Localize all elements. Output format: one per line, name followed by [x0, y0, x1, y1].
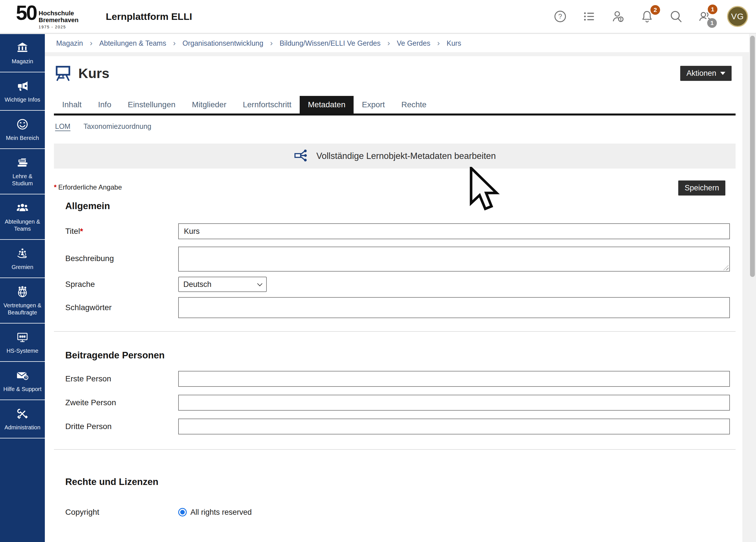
- sprache-select[interactable]: Deutsch: [178, 277, 267, 292]
- university-logo[interactable]: 50 Hochschule Bremerhaven 1975 - 2025: [16, 4, 79, 29]
- section-heading-beitragende: Beitragende Personen: [65, 350, 736, 361]
- titel-label: Titel*: [65, 227, 178, 236]
- breadcrumb-separator: ›: [90, 39, 93, 48]
- subtab-taxonomiezuordnung[interactable]: Taxonomiezuordnung: [83, 122, 151, 131]
- logo-name-line2: Bremerhaven: [39, 17, 79, 24]
- subtab-lom[interactable]: LOM: [55, 122, 70, 131]
- section-heading-allgemein: Allgemein: [65, 201, 736, 211]
- form-row-zweite-person: Zweite Person: [65, 395, 730, 411]
- breadcrumb: Magazin › Abteilungen & Teams › Organisa…: [45, 34, 749, 52]
- help-icon[interactable]: ?: [553, 10, 567, 23]
- breadcrumb-item-ve-gerdes[interactable]: Ve Gerdes: [397, 39, 430, 47]
- sprache-label: Sprache: [65, 280, 178, 289]
- committee-icon: [16, 247, 29, 261]
- page-title: Kurs: [78, 66, 109, 81]
- tab-lernfortschritt[interactable]: Lernfortschritt: [235, 96, 300, 114]
- course-easel-icon: [54, 64, 72, 82]
- main-area: Magazin › Abteilungen & Teams › Organisa…: [45, 34, 749, 542]
- contacts-icon[interactable]: 1 1: [698, 10, 712, 23]
- titel-input[interactable]: [178, 223, 730, 239]
- copyright-label: Copyright: [65, 508, 178, 517]
- page-title-row: Kurs Aktionen: [54, 64, 736, 82]
- people-group-icon: [16, 202, 29, 215]
- sidebar-item-hilfe-support[interactable]: ? Hilfe & Support: [0, 362, 45, 400]
- zweite-person-label: Zweite Person: [65, 398, 178, 407]
- actions-button[interactable]: Aktionen: [680, 66, 732, 81]
- erste-person-input[interactable]: [178, 371, 730, 387]
- sidebar-item-label: Magazin: [12, 58, 33, 65]
- tab-export[interactable]: Export: [354, 96, 393, 114]
- edit-full-metadata-label: Vollständige Lernobjekt-Metadaten bearbe…: [316, 151, 496, 161]
- copyright-radio-selected[interactable]: [178, 508, 187, 516]
- section-divider: [54, 331, 736, 332]
- breadcrumb-item-organisationsentwicklung[interactable]: Organisationsentwicklung: [182, 39, 263, 47]
- user-status-icon[interactable]: [611, 10, 625, 23]
- mail-help-icon: ?: [16, 369, 29, 383]
- form-row-titel: Titel*: [65, 223, 730, 239]
- books-icon: [16, 156, 29, 170]
- chevron-down-icon: [720, 72, 725, 75]
- tab-mitglieder[interactable]: Mitglieder: [184, 96, 234, 114]
- edit-full-metadata-bar[interactable]: Vollständige Lernobjekt-Metadaten bearbe…: [54, 144, 736, 169]
- schlagwoerter-input[interactable]: [178, 297, 730, 318]
- tab-rechte[interactable]: Rechte: [393, 96, 435, 114]
- sidebar-item-label: Lehre & Studium: [2, 173, 43, 187]
- form-header-row: *Erforderliche Angabe Speichern: [54, 180, 736, 196]
- schlagwoerter-label: Schlagwörter: [65, 303, 178, 312]
- smiley-icon: [16, 118, 29, 132]
- form-row-copyright: Copyright All rights reserved: [65, 508, 730, 517]
- required-hint: *Erforderliche Angabe: [54, 180, 122, 191]
- contacts-badge-new: 1: [708, 5, 717, 14]
- beschreibung-label: Beschreibung: [65, 247, 178, 263]
- tools-icon: [16, 407, 29, 421]
- bank-icon: [16, 41, 29, 55]
- sidebar: Magazin Wichtige Infos Mein: [0, 34, 45, 542]
- sidebar-item-wichtige-infos[interactable]: Wichtige Infos: [0, 72, 45, 111]
- scrollbar-track[interactable]: [749, 33, 756, 542]
- sidebar-item-hs-systeme[interactable]: HS-Systeme: [0, 323, 45, 362]
- breadcrumb-item-kurs[interactable]: Kurs: [447, 39, 461, 47]
- sidebar-item-label: Hilfe & Support: [3, 386, 42, 393]
- search-icon[interactable]: [669, 10, 683, 23]
- tab-inhalt[interactable]: Inhalt: [54, 96, 90, 114]
- zweite-person-input[interactable]: [178, 395, 730, 411]
- sidebar-item-gremien[interactable]: Gremien: [0, 240, 45, 278]
- svg-text:?: ?: [558, 12, 562, 20]
- screen: 50 Hochschule Bremerhaven 1975 - 2025 Le…: [0, 0, 756, 542]
- notifications-bell-icon[interactable]: 2: [640, 10, 654, 23]
- breadcrumb-separator: ›: [387, 39, 390, 48]
- sidebar-item-mein-bereich[interactable]: Mein Bereich: [0, 111, 45, 149]
- sidebar-item-label: Vertretungen & Beauftragte: [2, 302, 43, 316]
- breadcrumb-item-abteilungen[interactable]: Abteilungen & Teams: [99, 39, 166, 47]
- sidebar-item-label: Gremien: [12, 264, 33, 271]
- copyright-radio-row: All rights reserved: [178, 508, 730, 517]
- required-asterisk: *: [80, 227, 85, 236]
- app-title: Lernplattform ELLI: [106, 11, 192, 22]
- sidebar-item-lehre-studium[interactable]: Lehre & Studium: [0, 149, 45, 194]
- breadcrumb-item-bildung-wissen[interactable]: Bildung/Wissen/ELLI Ve Gerdes: [280, 39, 381, 47]
- sidebar-item-administration[interactable]: Administration: [0, 400, 45, 438]
- tab-einstellungen[interactable]: Einstellungen: [119, 96, 184, 114]
- logo-50-anniversary: 50: [16, 4, 36, 22]
- notifications-badge: 2: [650, 5, 660, 15]
- beschreibung-textarea[interactable]: [178, 247, 730, 272]
- sidebar-item-vertretungen[interactable]: Vertretungen & Beauftragte: [0, 278, 45, 323]
- scrollbar-thumb[interactable]: [750, 36, 755, 277]
- breadcrumb-separator: ›: [270, 39, 273, 48]
- sidebar-item-abteilungen-teams[interactable]: Abteilungen & Teams: [0, 194, 45, 240]
- breadcrumb-item-magazin[interactable]: Magazin: [56, 39, 83, 47]
- logo-years: 1975 - 2025: [39, 25, 79, 29]
- sidebar-item-label: Wichtige Infos: [5, 96, 40, 103]
- sidebar-item-magazin[interactable]: Magazin: [0, 34, 45, 72]
- erste-person-label: Erste Person: [65, 374, 178, 383]
- sidebar-item-label: Administration: [5, 424, 41, 431]
- save-button[interactable]: Speichern: [678, 180, 725, 196]
- todo-list-icon[interactable]: [582, 10, 596, 23]
- avatar[interactable]: VG: [727, 6, 748, 27]
- dritte-person-label: Dritte Person: [65, 422, 178, 431]
- form-row-sprache: Sprache Deutsch: [65, 277, 730, 292]
- tab-info[interactable]: Info: [90, 96, 120, 114]
- dritte-person-input[interactable]: [178, 419, 730, 434]
- sprache-selected-value: Deutsch: [183, 280, 211, 289]
- tab-metadaten[interactable]: Metadaten: [300, 96, 354, 114]
